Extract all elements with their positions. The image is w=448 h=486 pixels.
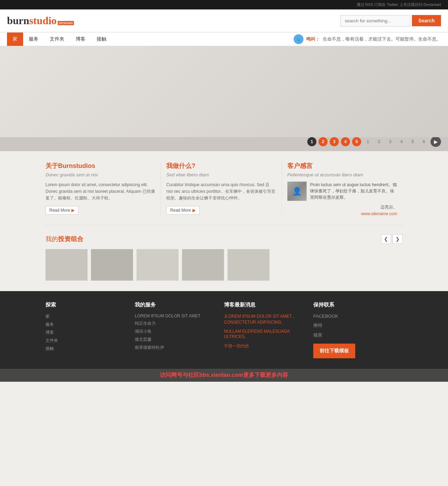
nav-item-contact[interactable]: 接触	[91, 33, 112, 46]
slider-dot-4[interactable]: 4	[341, 137, 350, 146]
testimonial-website[interactable]: www.sitename.com	[361, 211, 397, 216]
footer-linkedin-link[interactable]: 领英	[313, 332, 396, 338]
logo-burn: burn	[7, 15, 29, 27]
services-body: Curabitur tristique accumsan urna quis r…	[166, 182, 276, 202]
portfolio-item[interactable]	[227, 249, 270, 281]
slider-dot-6[interactable]: 1	[363, 137, 372, 146]
testimonial-body: Proin luctus sem ut augue luctus hendrer…	[310, 182, 397, 201]
services-section: 我做什么? Sed vitae libero diam Curabitur tr…	[161, 162, 282, 216]
footer-blog-item-2: NULLAM ELEIFEND MALESUADA ULTRICES。	[224, 329, 306, 340]
portfolio-item[interactable]	[46, 249, 88, 281]
services-title: 我做什么?	[166, 162, 276, 170]
footer-facebook-link[interactable]: FACEBOOK	[313, 314, 396, 319]
about-section: 关于Burnstudios Donec gravida sem at nisi …	[46, 162, 161, 216]
slider-dot-3[interactable]: 3	[330, 137, 339, 146]
footer-explore-blog[interactable]: 博客	[46, 330, 128, 336]
nav-item-home[interactable]: 家	[7, 33, 23, 46]
footer-service-5: 南享德索特杜伊	[135, 345, 217, 351]
portfolio-item[interactable]	[91, 249, 133, 281]
search-area: Search	[340, 15, 441, 27]
portfolio-header: 我的投资组合 ❮ ❯	[46, 234, 402, 244]
twitter-icon: 🐦	[294, 34, 303, 44]
logo-designs: DESIGNS	[58, 21, 74, 25]
slider-dot-2[interactable]: 2	[318, 137, 328, 146]
portfolio-items	[46, 249, 402, 281]
footer: 探索 家 服务 博客 文件夹 接触 我的服务 LOREM IPSUM DOLOR…	[0, 291, 448, 369]
slider-dot-5[interactable]: 5	[352, 137, 361, 146]
footer-service-1: LOREM IPSUM DOLOR SIT AMET	[135, 314, 217, 318]
footer-explore-contact[interactable]: 接触	[46, 346, 128, 352]
footer-explore-services[interactable]: 服务	[46, 322, 128, 327]
logo: burnstudioDESIGNS	[7, 15, 74, 27]
testimonial-title: 客户感言	[287, 162, 397, 170]
portfolio-item[interactable]	[136, 249, 178, 281]
about-subtitle: Donec gravida sem at nisi	[46, 172, 155, 177]
nav-items: 家 服务 文件夹 博客 接触	[7, 33, 112, 46]
footer-services-title: 我的服务	[135, 302, 217, 308]
avatar-placeholder: 👤	[287, 182, 307, 201]
footer-twitter-link[interactable]: 推特	[313, 322, 396, 329]
testimonial-subtitle: Pellentesque ut accumsan ibero diam	[287, 172, 397, 177]
testimonial-section: 客户感言 Pellentesque ut accumsan ibero diam…	[282, 162, 402, 216]
twitter-ticker: 🐦 鸣叫： 生命不息，唯有活着，才能活下去。可能暂停。生命不息。	[294, 34, 441, 44]
watermark: 访问网号与社区bbs.xienlao.com更多下载更多内容	[0, 369, 448, 382]
about-title: 关于Burnstudios	[46, 162, 155, 170]
footer-explore: 探索 家 服务 博客 文件夹 接触	[46, 302, 135, 358]
footer-service-4: 塘北芸萋	[135, 337, 217, 343]
slider-dot-8[interactable]: 3	[386, 137, 395, 146]
footer-blog-item-2-title[interactable]: NULLAM ELEIFEND MALESUADA ULTRICES。	[224, 329, 306, 340]
footer-blog: 博客最新消息 JLOREM IPSUM DOLOR SIT AMET，CONSE…	[224, 302, 313, 358]
portfolio-nav: ❮ ❯	[381, 234, 402, 244]
portfolio-next-button[interactable]: ❯	[393, 234, 402, 244]
footer-contact-title: 保持联系	[313, 302, 396, 308]
footer-blog-title: 博客最新消息	[224, 302, 306, 308]
main-content: 关于Burnstudios Donec gravida sem at nisi …	[0, 151, 448, 291]
footer-blog-item-3: 不惜一切代价	[224, 343, 306, 349]
footer-service-2: 纯正生命力	[135, 321, 217, 326]
portfolio-title: 我的投资组合	[46, 235, 83, 243]
portfolio-prev-button[interactable]: ❮	[381, 234, 391, 244]
twitter-label: 鸣叫：	[306, 36, 320, 42]
read-more-arrow-about: ▶	[71, 208, 75, 213]
slider-dot-7[interactable]: 2	[374, 137, 384, 146]
top-bar-text: 通过 RSS 订阅在 Twitter 上关注我访问 Deviantart	[357, 2, 441, 7]
about-body: Lorem ipsum dolor sit amet, consectetur …	[46, 182, 155, 202]
footer-blog-item-1: JLOREM IPSUM DOLOR SIT AMET，CONSECTETUR …	[224, 314, 306, 325]
header: burnstudioDESIGNS Search	[0, 9, 448, 33]
portfolio-item[interactable]	[182, 249, 224, 281]
nav-item-blog[interactable]: 博客	[70, 33, 91, 46]
testimonial-author: 迈亮尔。	[287, 204, 397, 210]
top-bar: 通过 RSS 订阅在 Twitter 上关注我访问 Deviantart	[0, 0, 448, 9]
twitter-text: 生命不息，唯有活着，才能活下去。可能暂停。生命不息。	[323, 36, 441, 42]
slider-next-button[interactable]: ▶	[430, 136, 441, 147]
slider-dot-1[interactable]: 1	[307, 137, 316, 146]
slider-dot-9[interactable]: 4	[397, 137, 406, 146]
avatar: 👤	[287, 182, 307, 201]
slider-inner	[0, 46, 448, 137]
footer-service-3: 湖滨小鱼	[135, 329, 217, 334]
nav: 家 服务 文件夹 博客 接触 🐦 鸣叫： 生命不息，唯有活着，才能活下去。可能暂…	[0, 33, 448, 46]
footer-blog-item-3-title[interactable]: 不惜一切代价	[224, 343, 306, 349]
footer-explore-title: 探索	[46, 302, 128, 308]
divider	[46, 225, 402, 225]
nav-item-portfolio[interactable]: 文件夹	[44, 33, 70, 46]
three-cols: 关于Burnstudios Donec gravida sem at nisi …	[46, 162, 402, 216]
watermark-text: 访问网号与社区bbs.xienlao.com更多下载更多内容	[160, 372, 288, 378]
footer-explore-home[interactable]: 家	[46, 314, 128, 319]
testimonial-content: 👤 Proin luctus sem ut augue luctus hendr…	[287, 182, 397, 201]
services-read-more[interactable]: Read More ▶	[166, 206, 199, 214]
download-template-button[interactable]: 前往下载模板	[313, 344, 355, 358]
slider-area: 1 2 3 4 5 1 2 3 4 5 6 ▶	[0, 46, 448, 151]
footer-blog-item-1-title[interactable]: JLOREM IPSUM DOLOR SIT AMET，CONSECTETUR …	[224, 314, 306, 325]
about-read-more[interactable]: Read More ▶	[46, 206, 78, 214]
search-input[interactable]	[340, 15, 410, 27]
testimonial-link: www.sitename.com	[287, 211, 397, 216]
footer-explore-portfolio[interactable]: 文件夹	[46, 338, 128, 344]
search-button[interactable]: Search	[412, 15, 441, 26]
read-more-arrow-services: ▶	[192, 208, 196, 213]
footer-contact: 保持联系 FACEBOOK 推特 领英 前往下载模板	[313, 302, 402, 358]
slider-dot-11[interactable]: 6	[419, 137, 428, 146]
slider-dot-10[interactable]: 5	[408, 137, 417, 146]
services-subtitle: Sed vitae libero diam	[166, 172, 276, 177]
nav-item-services[interactable]: 服务	[23, 33, 44, 46]
